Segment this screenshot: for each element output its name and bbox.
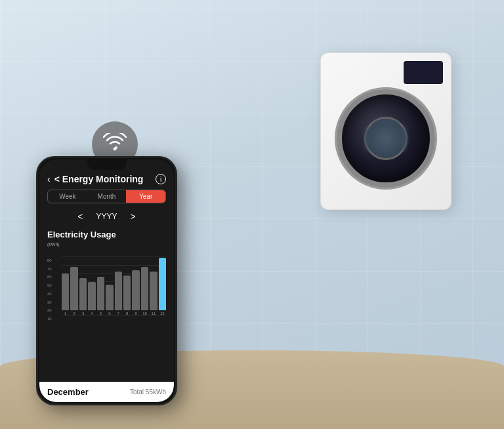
chart-container: (kWh) 80 70 60 50 xyxy=(47,242,166,327)
bar-label-11: 11 xyxy=(152,312,156,316)
bar-9 xyxy=(132,270,139,310)
back-button[interactable]: ‹ xyxy=(47,174,51,184)
bar-8 xyxy=(123,276,131,310)
bar-col-10: 10 xyxy=(141,249,148,316)
bar-col-4: 4 xyxy=(88,249,95,316)
chart-title: Electricity Usage xyxy=(47,230,166,239)
bar-col-9: 9 xyxy=(132,249,139,316)
chart-bars: 1 2 3 4 xyxy=(62,249,166,316)
bar-2 xyxy=(70,267,77,310)
tab-week[interactable]: Week xyxy=(48,190,87,203)
phone-notch xyxy=(87,158,127,170)
y-tick-50: 50 xyxy=(47,283,52,287)
y-tick-60: 60 xyxy=(47,275,52,279)
y-tick-10: 10 xyxy=(47,317,52,321)
next-year-button[interactable]: > xyxy=(131,211,136,222)
y-tick-70: 70 xyxy=(47,267,52,271)
bar-label-12: 12 xyxy=(160,312,165,316)
bar-7 xyxy=(115,272,122,310)
info-icon[interactable]: i xyxy=(156,174,166,184)
app-title: < Energy Monitoring xyxy=(54,174,152,184)
svg-point-0 xyxy=(114,147,117,150)
phone-screen: ‹ < Energy Monitoring i Week Month Year … xyxy=(39,159,174,402)
y-label: (kWh) xyxy=(47,242,60,247)
bar-4 xyxy=(88,282,95,310)
footer-month: December xyxy=(47,387,89,397)
wifi-icon xyxy=(103,133,127,156)
bar-12 xyxy=(159,258,166,310)
chart-area: Electricity Usage (kWh) 80 70 60 xyxy=(39,227,174,382)
bar-6 xyxy=(106,285,113,310)
tab-month[interactable]: Month xyxy=(87,190,127,203)
bar-label-2: 2 xyxy=(73,312,75,316)
app-screen: ‹ < Energy Monitoring i Week Month Year … xyxy=(39,159,174,402)
bar-label-10: 10 xyxy=(142,312,147,316)
bar-label-9: 9 xyxy=(135,312,136,316)
bar-10 xyxy=(141,267,148,310)
washing-machine xyxy=(320,52,452,223)
bar-label-6: 6 xyxy=(108,312,110,316)
bar-col-3: 3 xyxy=(79,249,87,316)
tab-year[interactable]: Year xyxy=(126,190,165,203)
year-nav: < YYYY > xyxy=(39,209,174,227)
bar-col-5: 5 xyxy=(97,249,104,316)
bar-col-7: 7 xyxy=(115,249,122,316)
bar-label-7: 7 xyxy=(117,312,119,316)
bar-label-3: 3 xyxy=(82,312,84,316)
bar-col-12: 12 xyxy=(159,249,166,316)
bar-col-1: 1 xyxy=(62,249,69,316)
bar-col-2: 2 xyxy=(70,249,77,316)
wm-drum xyxy=(337,89,435,188)
bar-col-11: 11 xyxy=(150,249,157,316)
wm-body xyxy=(320,52,452,210)
y-tick-20: 20 xyxy=(47,308,52,312)
bar-5 xyxy=(97,277,104,310)
bar-label-5: 5 xyxy=(100,312,102,316)
y-tick-80: 80 xyxy=(47,258,52,262)
app-footer: December Total 55kWh xyxy=(39,382,174,402)
footer-total: Total 55kWh xyxy=(130,388,166,396)
y-tick-40: 40 xyxy=(47,292,52,296)
footer-row: December Total 55kWh xyxy=(47,387,166,397)
tab-bar: Week Month Year xyxy=(47,190,166,203)
phone: ‹ < Energy Monitoring i Week Month Year … xyxy=(36,156,177,405)
bar-label-8: 8 xyxy=(126,312,128,316)
bar-label-1: 1 xyxy=(64,312,66,316)
bar-3 xyxy=(79,278,87,310)
y-tick-30: 30 xyxy=(47,300,52,304)
bar-11 xyxy=(150,272,157,310)
bar-col-6: 6 xyxy=(106,249,113,316)
year-value: YYYY xyxy=(96,212,117,221)
bar-col-8: 8 xyxy=(123,249,131,316)
wm-display xyxy=(404,61,443,84)
bar-label-4: 4 xyxy=(91,312,93,316)
bar-1 xyxy=(62,274,69,310)
prev-year-button[interactable]: < xyxy=(77,211,83,222)
